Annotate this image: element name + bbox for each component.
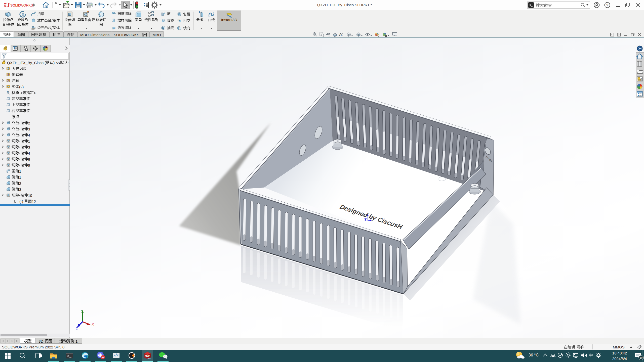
svg-text:2022: 2022 [147, 357, 151, 359]
svg-text:X: X [92, 322, 94, 326]
svg-text:Y: Y [81, 309, 83, 313]
svg-text:9+: 9+ [102, 356, 104, 359]
svg-text:Z: Z [76, 326, 78, 331]
